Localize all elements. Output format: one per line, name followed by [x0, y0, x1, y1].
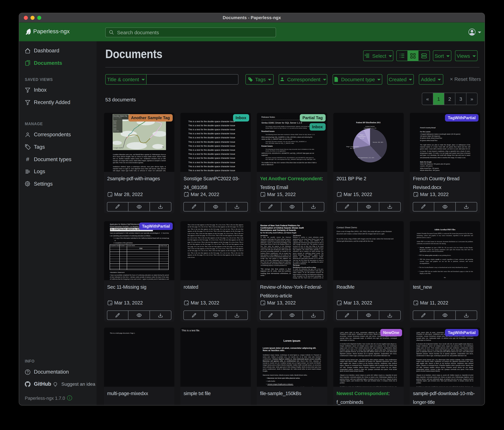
- svg-text:N: N: [162, 146, 164, 148]
